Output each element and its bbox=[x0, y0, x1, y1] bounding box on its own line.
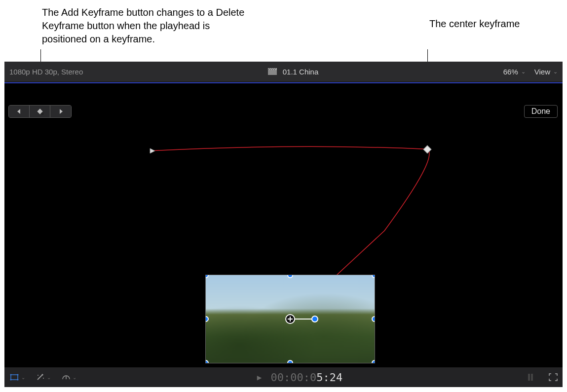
chevron-down-icon: ⌄ bbox=[553, 69, 558, 75]
viewer-header: 1080p HD 30p, Stereo 01.1 China 66% ⌄ Vi… bbox=[4, 62, 563, 81]
keyframe-start-marker[interactable] bbox=[149, 147, 156, 154]
svg-point-14 bbox=[17, 374, 19, 376]
svg-rect-0 bbox=[268, 70, 277, 75]
svg-point-18 bbox=[43, 378, 44, 379]
svg-point-15 bbox=[10, 379, 12, 381]
annotation-left: The Add Keyframe button changes to a Del… bbox=[42, 6, 249, 46]
transform-tool-icon bbox=[9, 374, 19, 381]
chevron-down-icon: ⌄ bbox=[47, 375, 51, 380]
transform-clip[interactable] bbox=[205, 275, 375, 363]
transform-handle-mr[interactable] bbox=[372, 316, 375, 322]
svg-marker-11 bbox=[150, 148, 155, 153]
svg-rect-12 bbox=[11, 375, 18, 380]
chevron-down-icon: ⌄ bbox=[521, 69, 526, 75]
fullscreen-button[interactable] bbox=[549, 373, 558, 381]
play-icon: ▶ bbox=[257, 373, 262, 382]
timecode-prefix: 00:00:0 bbox=[270, 371, 316, 384]
retime-tool-icon bbox=[62, 373, 71, 381]
rotation-handle[interactable] bbox=[311, 316, 318, 322]
transform-handle-br[interactable] bbox=[372, 360, 375, 363]
view-label: View bbox=[534, 68, 550, 76]
timecode-suffix: 5:24 bbox=[316, 371, 342, 384]
transform-anchor[interactable] bbox=[285, 314, 295, 324]
annotation-right: The center keyframe bbox=[429, 17, 528, 31]
fullscreen-icon bbox=[549, 373, 558, 381]
clip-title: 01.1 China bbox=[283, 68, 319, 76]
viewer-footer: ⌄ ⌄ ⌄ ▶ 00:00:05:24 bbox=[4, 367, 563, 387]
chevron-down-icon: ⌄ bbox=[21, 375, 25, 380]
timecode-display[interactable]: ▶ 00:00:05:24 bbox=[87, 371, 512, 384]
zoom-value: 66% bbox=[503, 68, 518, 76]
chevron-down-icon: ⌄ bbox=[73, 375, 76, 380]
transform-handle-bc[interactable] bbox=[287, 360, 293, 363]
retime-tool-button[interactable]: ⌄ bbox=[62, 373, 76, 381]
viewer-canvas[interactable]: Done bbox=[4, 82, 563, 367]
svg-rect-21 bbox=[531, 374, 533, 381]
svg-rect-20 bbox=[528, 374, 530, 381]
enhance-tool-icon bbox=[36, 373, 45, 381]
format-label: 1080p HD 30p, Stereo bbox=[9, 68, 83, 76]
audio-meter bbox=[523, 372, 538, 382]
zoom-dropdown[interactable]: 66% ⌄ bbox=[503, 68, 526, 76]
svg-point-17 bbox=[38, 375, 38, 376]
viewer-window: 1080p HD 30p, Stereo 01.1 China 66% ⌄ Vi… bbox=[4, 62, 563, 387]
clapperboard-icon bbox=[268, 68, 277, 75]
view-dropdown[interactable]: View ⌄ bbox=[534, 68, 558, 76]
enhance-tool-button[interactable]: ⌄ bbox=[36, 373, 51, 381]
transform-tool-button[interactable]: ⌄ bbox=[9, 374, 25, 381]
svg-point-16 bbox=[17, 379, 19, 381]
svg-point-13 bbox=[10, 374, 12, 376]
